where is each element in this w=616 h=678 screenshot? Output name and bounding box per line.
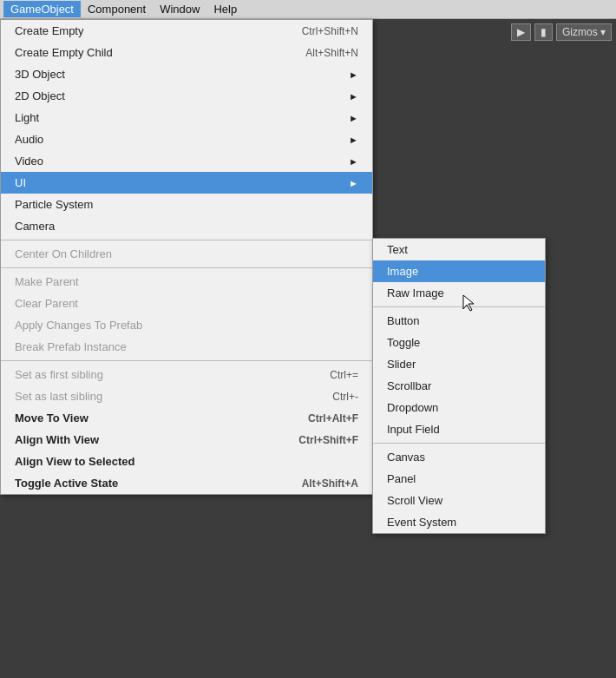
separator-3: [1, 360, 372, 361]
submenu-item-input-field[interactable]: Input Field: [373, 418, 545, 440]
menu-bar: GameObject Component Window Help: [0, 0, 616, 19]
submenu-item-raw-image[interactable]: Raw Image: [373, 282, 545, 304]
menu-item-set-first-sibling: Set as first sibling Ctrl+=: [1, 364, 372, 385]
arrow-icon: ►: [349, 69, 358, 80]
menu-item-video[interactable]: Video ►: [1, 150, 372, 172]
arrow-icon: ►: [349, 91, 358, 102]
menu-bar-item-help[interactable]: Help: [206, 1, 244, 17]
scene-view-icon[interactable]: ▶: [511, 23, 531, 41]
gizmos-button[interactable]: Gizmos ▾: [556, 23, 612, 41]
menu-item-ui[interactable]: UI ►: [1, 172, 372, 194]
menu-item-set-last-sibling: Set as last sibling Ctrl+-: [1, 385, 372, 407]
arrow-icon: ►: [349, 156, 358, 167]
menu-item-create-empty-child[interactable]: Create Empty Child Alt+Shift+N: [1, 42, 372, 63]
gameobject-menu: Create Empty Ctrl+Shift+N Create Empty C…: [0, 19, 373, 495]
top-right-controls: ▶ ▮ Gizmos ▾: [511, 23, 612, 41]
arrow-icon: ►: [349, 113, 358, 123]
menu-item-camera[interactable]: Camera: [1, 215, 372, 237]
menu-item-align-with-view[interactable]: Align With View Ctrl+Shift+F: [1, 429, 372, 451]
menu-item-make-parent: Make Parent: [1, 271, 372, 293]
aspect-ratio-icon[interactable]: ▮: [534, 23, 553, 41]
submenu-item-dropdown[interactable]: Dropdown: [373, 397, 545, 418]
submenu-separator-1: [373, 306, 545, 307]
menu-item-particle-system[interactable]: Particle System: [1, 194, 372, 215]
menu-item-2d-object[interactable]: 2D Object ►: [1, 85, 372, 107]
submenu-item-event-system[interactable]: Event System: [373, 511, 545, 533]
menu-item-apply-changes-prefab: Apply Changes To Prefab: [1, 314, 372, 336]
main-area: ▶ ▮ Gizmos ▾ Create Empty Ctrl+Shift+N C…: [0, 19, 616, 654]
menu-item-toggle-active-state[interactable]: Toggle Active State Alt+Shift+A: [1, 472, 372, 494]
arrow-icon: ►: [349, 135, 358, 145]
separator-1: [1, 240, 372, 240]
menu-bar-item-gameobject[interactable]: GameObject: [3, 1, 81, 17]
menu-bar-item-component[interactable]: Component: [81, 1, 153, 17]
ui-submenu: Text Image Raw Image Button Toggle Slide…: [372, 238, 546, 534]
menu-item-align-view-selected[interactable]: Align View to Selected: [1, 451, 372, 472]
submenu-item-button[interactable]: Button: [373, 310, 545, 332]
submenu-separator-2: [373, 443, 545, 444]
menu-item-light[interactable]: Light ►: [1, 107, 372, 128]
submenu-item-image[interactable]: Image: [373, 260, 545, 282]
arrow-icon: ►: [349, 178, 358, 188]
menu-bar-item-window[interactable]: Window: [153, 1, 206, 17]
menu-item-3d-object[interactable]: 3D Object ►: [1, 63, 372, 85]
menu-item-move-to-view[interactable]: Move To View Ctrl+Alt+F: [1, 407, 372, 429]
submenu-item-toggle[interactable]: Toggle: [373, 332, 545, 353]
submenu-item-scrollbar[interactable]: Scrollbar: [373, 375, 545, 397]
menu-item-center-on-children: Center On Children: [1, 243, 372, 265]
separator-2: [1, 267, 372, 268]
submenu-item-canvas[interactable]: Canvas: [373, 446, 545, 468]
submenu-item-slider[interactable]: Slider: [373, 353, 545, 375]
menu-item-audio[interactable]: Audio ►: [1, 128, 372, 150]
submenu-item-text[interactable]: Text: [373, 239, 545, 260]
menu-item-break-prefab-instance: Break Prefab Instance: [1, 336, 372, 358]
menu-item-clear-parent: Clear Parent: [1, 293, 372, 314]
menu-item-create-empty[interactable]: Create Empty Ctrl+Shift+N: [1, 20, 372, 42]
submenu-item-scroll-view[interactable]: Scroll View: [373, 490, 545, 511]
submenu-item-panel[interactable]: Panel: [373, 468, 545, 490]
